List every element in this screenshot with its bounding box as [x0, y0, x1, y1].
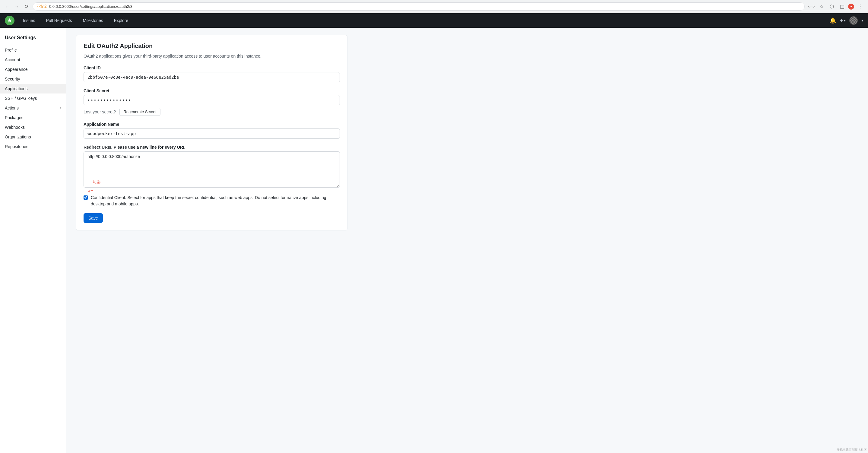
- confidential-checkbox[interactable]: [84, 195, 88, 200]
- app-name-group: Application Name: [84, 122, 340, 139]
- regenerate-secret-btn[interactable]: Regenerate Secret: [119, 108, 160, 116]
- lost-secret-text: Lost your secret?: [84, 110, 116, 114]
- app-header: Issues Pull Requests Milestones Explore …: [0, 13, 868, 28]
- profile-icon[interactable]: ◫: [838, 2, 846, 11]
- sidebar-item-appearance[interactable]: Appearance: [0, 64, 66, 74]
- sidebar-item-actions[interactable]: Actions ›: [0, 103, 66, 113]
- sidebar-label-profile: Profile: [5, 48, 17, 53]
- client-secret-label: Client Secret: [84, 88, 340, 93]
- app-name-label: Application Name: [84, 122, 340, 127]
- nav-pull-requests[interactable]: Pull Requests: [43, 17, 74, 24]
- sidebar-item-account[interactable]: Account: [0, 55, 66, 64]
- address-bar[interactable]: 不安全 0.0.0.0:3000/user/settings/applicati…: [33, 2, 805, 10]
- app-name-input[interactable]: [84, 128, 340, 139]
- redirect-uris-textarea[interactable]: [84, 151, 340, 188]
- sidebar-item-ssh-gpg[interactable]: SSH / GPG Keys: [0, 93, 66, 103]
- client-secret-group: Client Secret Lost your secret? Regenera…: [84, 88, 340, 116]
- translate-icon[interactable]: ⟷: [807, 2, 815, 11]
- sidebar-label-ssh-gpg: SSH / GPG Keys: [5, 96, 37, 101]
- main-container: User Settings Profile Account Appearance…: [0, 28, 868, 453]
- confidential-label[interactable]: Confidential Client. Select for apps tha…: [91, 194, 340, 207]
- redirect-uris-label: Redirect URIs. Please use a new line for…: [84, 145, 340, 150]
- client-id-label: Client ID: [84, 65, 340, 70]
- avatar-circle[interactable]: ●: [848, 4, 854, 10]
- forward-btn[interactable]: →: [13, 3, 21, 10]
- reload-btn[interactable]: ⟳: [23, 3, 30, 10]
- security-warning: 不安全: [36, 4, 48, 9]
- sidebar-label-applications: Applications: [5, 86, 28, 91]
- sidebar-label-security: Security: [5, 77, 20, 82]
- app-logo[interactable]: [5, 16, 14, 25]
- browser-chrome: ← → ⟳ 不安全 0.0.0.0:3000/user/settings/app…: [0, 0, 868, 13]
- sidebar-item-organizations[interactable]: Organizations: [0, 132, 66, 142]
- extensions-icon[interactable]: ⬡: [828, 2, 836, 11]
- save-button[interactable]: Save: [84, 213, 103, 223]
- bookmark-icon[interactable]: ☆: [817, 2, 826, 11]
- sidebar-title: User Settings: [0, 33, 66, 45]
- sidebar-label-webhooks: Webhooks: [5, 125, 25, 130]
- sidebar-item-webhooks[interactable]: Webhooks: [0, 122, 66, 132]
- content-card: Edit OAuth2 Application OAuth2 applicati…: [76, 35, 347, 231]
- url-text: 0.0.0.0:3000/user/settings/applications/…: [49, 4, 132, 9]
- browser-toolbar: ⟷ ☆ ⬡ ◫ ● ⋮: [807, 2, 864, 11]
- sidebar-label-appearance: Appearance: [5, 67, 28, 72]
- sidebar-item-applications[interactable]: Applications: [0, 84, 66, 93]
- sidebar-label-repositories: Repositories: [5, 144, 28, 149]
- sidebar-label-organizations: Organizations: [5, 134, 31, 139]
- user-avatar-btn[interactable]: [849, 16, 858, 25]
- back-btn[interactable]: ←: [4, 3, 11, 10]
- page-title: Edit OAuth2 Application: [84, 42, 340, 50]
- confidential-client-row: Confidential Client. Select for apps tha…: [84, 194, 340, 207]
- client-id-group: Client ID: [84, 65, 340, 82]
- client-id-input[interactable]: [84, 72, 340, 82]
- sidebar-item-repositories[interactable]: Repositories: [0, 142, 66, 151]
- content-area: Edit OAuth2 Application OAuth2 applicati…: [66, 28, 868, 453]
- sidebar-label-actions: Actions: [5, 105, 19, 110]
- sidebar-item-profile[interactable]: Profile: [0, 45, 66, 55]
- actions-chevron-icon: ›: [60, 106, 61, 110]
- nav-issues[interactable]: Issues: [21, 17, 37, 24]
- notifications-btn[interactable]: 🔔: [829, 17, 836, 24]
- menu-icon[interactable]: ⋮: [856, 2, 864, 11]
- client-secret-input[interactable]: [84, 95, 340, 105]
- sidebar-item-security[interactable]: Security: [0, 74, 66, 84]
- lost-secret-row: Lost your secret? Regenerate Secret: [84, 108, 340, 116]
- nav-explore[interactable]: Explore: [112, 17, 131, 24]
- sidebar-label-account: Account: [5, 57, 20, 62]
- sidebar: User Settings Profile Account Appearance…: [0, 28, 66, 453]
- sidebar-item-packages[interactable]: Packages: [0, 113, 66, 122]
- nav-milestones[interactable]: Milestones: [81, 17, 105, 24]
- annotation-container: 勾选 ↙ Confidential Client. Select for app…: [84, 194, 340, 207]
- redirect-uris-group: Redirect URIs. Please use a new line for…: [84, 145, 340, 188]
- page-description: OAuth2 applications gives your third-par…: [84, 53, 340, 59]
- create-btn[interactable]: +▾: [840, 17, 846, 24]
- sidebar-label-packages: Packages: [5, 115, 23, 120]
- header-actions: 🔔 +▾ ▾: [829, 16, 863, 25]
- avatar-dropdown-arrow[interactable]: ▾: [861, 19, 863, 23]
